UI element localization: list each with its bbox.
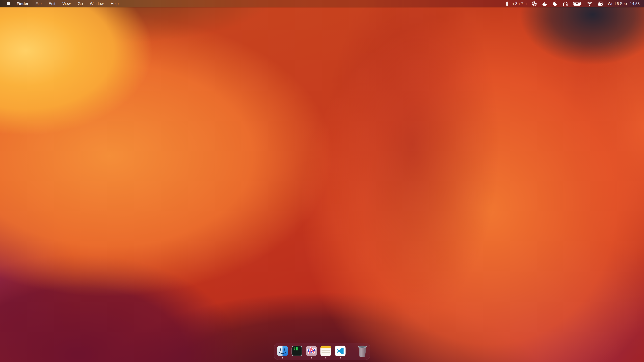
dock-item-trash[interactable]: [358, 346, 367, 359]
dock-item-notes[interactable]: [320, 346, 331, 359]
menu-item-edit[interactable]: Edit: [45, 0, 59, 7]
menu-bar: Finder File Edit View Go Window Help in …: [0, 0, 644, 7]
dock-item-finder[interactable]: [277, 346, 288, 359]
notes-icon: [320, 346, 331, 356]
running-indicator: [311, 357, 312, 359]
arc-browser-icon: [306, 346, 317, 356]
dock: $: [274, 343, 370, 360]
menu-item-help[interactable]: Help: [107, 0, 122, 7]
headphones-icon[interactable]: [560, 0, 570, 7]
running-indicator: [325, 357, 326, 359]
menu-bar-clock[interactable]: Wed 6 Sep 14:53: [606, 1, 640, 6]
trash-icon: [358, 346, 367, 357]
menu-item-app-name[interactable]: Finder: [13, 0, 32, 7]
vscode-icon: [335, 346, 346, 356]
clock-date: Wed 6 Sep: [608, 1, 627, 6]
terminal-prompt-glyph: $: [294, 347, 295, 351]
one-password-icon[interactable]: [529, 0, 539, 7]
timer-capsule-icon[interactable]: [504, 0, 510, 7]
menu-item-go[interactable]: Go: [74, 0, 86, 7]
apple-logo-icon: [6, 1, 11, 7]
docker-icon[interactable]: [539, 0, 550, 7]
clock-time: 14:53: [630, 1, 640, 6]
menu-bar-left: Finder File Edit View Go Window Help: [0, 0, 122, 7]
dock-item-vscode[interactable]: [335, 346, 346, 359]
menu-item-window[interactable]: Window: [86, 0, 107, 7]
dock-separator: [351, 346, 351, 356]
apple-menu[interactable]: [4, 0, 13, 7]
wifi-icon[interactable]: [584, 0, 595, 7]
terminal-icon: $: [292, 346, 302, 356]
dock-item-arc[interactable]: [306, 346, 317, 359]
timer-status-text[interactable]: in 3h 7m: [510, 1, 529, 6]
menu-item-file[interactable]: File: [32, 0, 45, 7]
control-center-icon[interactable]: [595, 0, 606, 7]
menu-item-view[interactable]: View: [59, 0, 74, 7]
menu-bar-status-area: in 3h 7m: [504, 0, 644, 7]
running-indicator: [340, 357, 341, 359]
finder-icon: [277, 346, 288, 356]
dock-item-terminal[interactable]: $: [292, 346, 302, 359]
desktop-wallpaper[interactable]: Finder File Edit View Go Window Help in …: [0, 0, 644, 362]
terminal-cursor: [296, 348, 298, 351]
moon-focus-icon[interactable]: [550, 0, 560, 7]
battery-charging-icon[interactable]: [570, 0, 584, 7]
running-indicator: [282, 357, 283, 359]
